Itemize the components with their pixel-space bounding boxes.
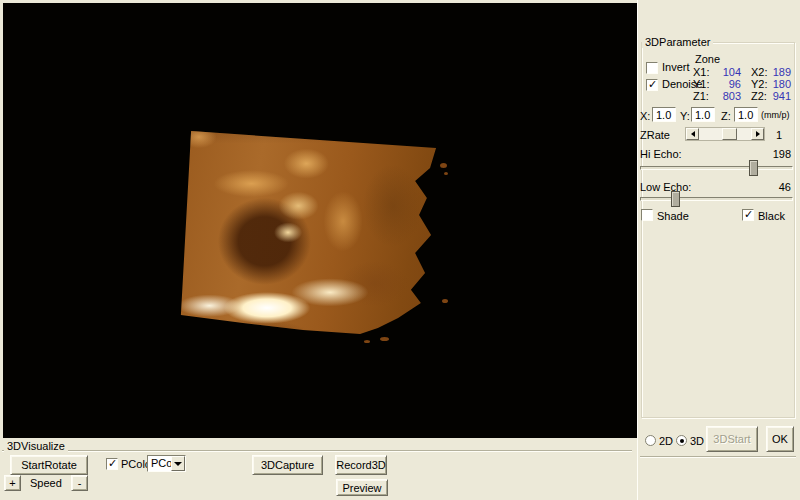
- mode-3d-radio[interactable]: [676, 435, 687, 446]
- scan-fragment: [442, 299, 448, 303]
- visualize-groupbox-title: 3DVisualize: [4, 440, 68, 452]
- scale-unit-label: (mm/p): [761, 110, 790, 120]
- scan-fragment: [364, 340, 370, 343]
- hi-echo-track[interactable]: [640, 166, 793, 170]
- scan-fragment: [380, 337, 389, 341]
- zone-y1-value: 96: [708, 78, 741, 90]
- ok-button[interactable]: OK: [766, 426, 794, 452]
- panel-divider: [640, 456, 796, 458]
- invert-label: Invert: [662, 61, 690, 73]
- zone-z2-label: Z2:: [751, 90, 767, 102]
- zrate-label: ZRate: [640, 129, 670, 141]
- start-rotate-button[interactable]: StartRotate: [10, 455, 88, 475]
- x-scale-label: X:: [640, 110, 650, 122]
- z-scale-label: Z:: [721, 110, 731, 122]
- speed-plus-button[interactable]: +: [4, 475, 21, 491]
- zone-x2-label: X2:: [751, 66, 768, 78]
- hi-echo-slider[interactable]: [640, 159, 793, 177]
- y-scale-input[interactable]: [691, 107, 715, 122]
- zrate-scrollbar[interactable]: [685, 127, 765, 141]
- visualize-groupbox-line: [2, 450, 632, 452]
- preview-button[interactable]: Preview: [336, 479, 388, 496]
- zrate-right-arrow-icon[interactable]: [751, 128, 764, 140]
- x-scale-input[interactable]: [652, 107, 676, 122]
- zrate-left-arrow-icon[interactable]: [686, 128, 699, 140]
- z-scale-input[interactable]: [734, 107, 758, 122]
- y-scale-label: Y:: [680, 110, 690, 122]
- speed-minus-button[interactable]: -: [71, 475, 88, 491]
- 3dstart-button[interactable]: 3DStart: [706, 426, 758, 452]
- app-window: { "colors": { "panel_bg": "#ece9d8", "vi…: [0, 0, 800, 500]
- shade-label: Shade: [657, 210, 689, 222]
- low-echo-thumb[interactable]: [671, 191, 680, 207]
- mode-3d-label: 3D: [690, 435, 704, 447]
- shade-checkbox[interactable]: [641, 209, 653, 221]
- invert-checkbox[interactable]: [646, 62, 658, 74]
- zone-label: Zone: [695, 53, 720, 65]
- render-viewport[interactable]: [3, 3, 637, 438]
- low-echo-slider[interactable]: [640, 190, 793, 208]
- pcolor-dropdown[interactable]: PColor: [147, 455, 186, 472]
- denoise-checkbox[interactable]: [646, 79, 658, 91]
- scan-fragment: [440, 163, 447, 168]
- ultrasound-render: [178, 117, 440, 339]
- mode-2d-radio[interactable]: [645, 435, 656, 446]
- 3dcapture-button[interactable]: 3DCapture: [252, 455, 323, 475]
- pcolor-checkbox[interactable]: [106, 458, 118, 470]
- speed-label: Speed: [30, 477, 62, 489]
- parameter-panel: 3DParameter Invert Denoise Zone X1: 104 …: [637, 0, 800, 500]
- zone-y2-value: 180: [768, 78, 791, 90]
- parameter-groupbox-title: 3DParameter: [642, 36, 713, 48]
- zone-x1-value: 104: [708, 66, 741, 78]
- low-echo-track[interactable]: [640, 197, 793, 201]
- scan-fragment: [444, 172, 448, 175]
- record3d-button[interactable]: Record3D: [335, 455, 387, 475]
- pcolor-dropdown-arrow-icon[interactable]: [171, 456, 185, 471]
- zrate-scroll-thumb[interactable]: [722, 128, 737, 140]
- mode-2d-label: 2D: [659, 435, 673, 447]
- zone-z2-value: 941: [768, 90, 791, 102]
- zone-y2-label: Y2:: [751, 78, 768, 90]
- hi-echo-thumb[interactable]: [749, 160, 758, 176]
- black-label: Black: [758, 210, 785, 222]
- zrate-value: 1: [776, 129, 782, 141]
- zone-z1-label: Z1:: [693, 90, 709, 102]
- zone-x2-value: 189: [768, 66, 791, 78]
- visualize-panel: 3DVisualize StartRotate + Speed - PColor…: [0, 438, 637, 500]
- black-checkbox[interactable]: [742, 209, 754, 221]
- zone-z1-value: 803: [708, 90, 741, 102]
